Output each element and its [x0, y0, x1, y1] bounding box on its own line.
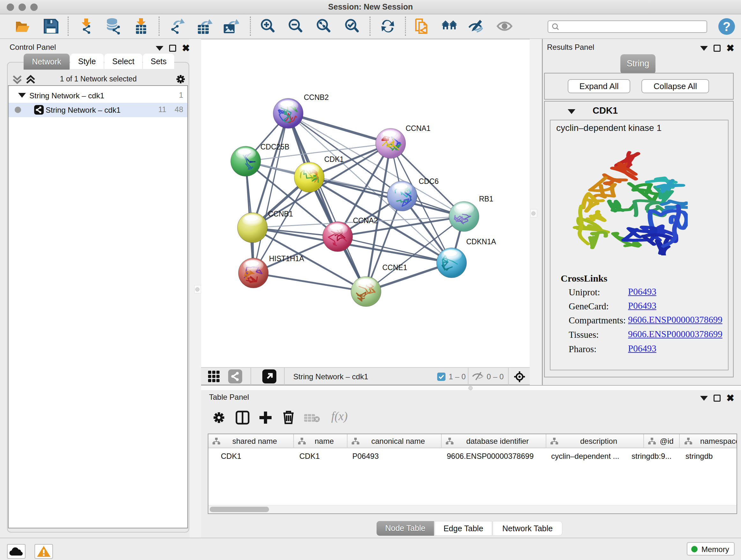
- svg-text:CDKN1A: CDKN1A: [466, 238, 496, 246]
- svg-text:CCNE1: CCNE1: [382, 263, 407, 272]
- svg-text:CCNB1: CCNB1: [268, 210, 293, 218]
- svg-text:CCNA1: CCNA1: [406, 124, 430, 132]
- svg-text:RB1: RB1: [479, 195, 493, 203]
- svg-text:HIST1H1A: HIST1H1A: [269, 254, 305, 263]
- svg-text:CDC25B: CDC25B: [260, 143, 289, 151]
- svg-text:CDC6: CDC6: [419, 177, 439, 186]
- svg-text:CCNA2: CCNA2: [353, 216, 378, 225]
- svg-text:CDK1: CDK1: [324, 155, 344, 164]
- svg-text:CCNB2: CCNB2: [304, 93, 329, 102]
